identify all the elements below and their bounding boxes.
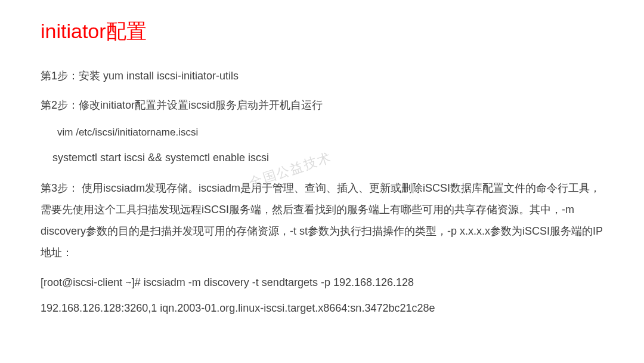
systemctl-command: systemctl start iscsi && systemctl enabl… [41,152,603,164]
step-1: 第1步：安装 yum install iscsi-initiator-utils [41,68,603,84]
page-title: initiator配置 [41,18,603,45]
step-3-paragraph: 第3步： 使用iscsiadm发现存储。iscsiadm是用于管理、查询、插入、… [41,177,603,263]
discovery-output: 192.168.126.128:3260,1 iqn.2003-01.org.l… [41,302,603,315]
vim-command: vim /etc/iscsi/initiatorname.iscsi [41,127,603,139]
discovery-command: [root@iscsi-client ~]# iscsiadm -m disco… [41,276,603,289]
step-2: 第2步：修改initiator配置并设置iscsid服务启动并开机自运行 [41,97,603,113]
